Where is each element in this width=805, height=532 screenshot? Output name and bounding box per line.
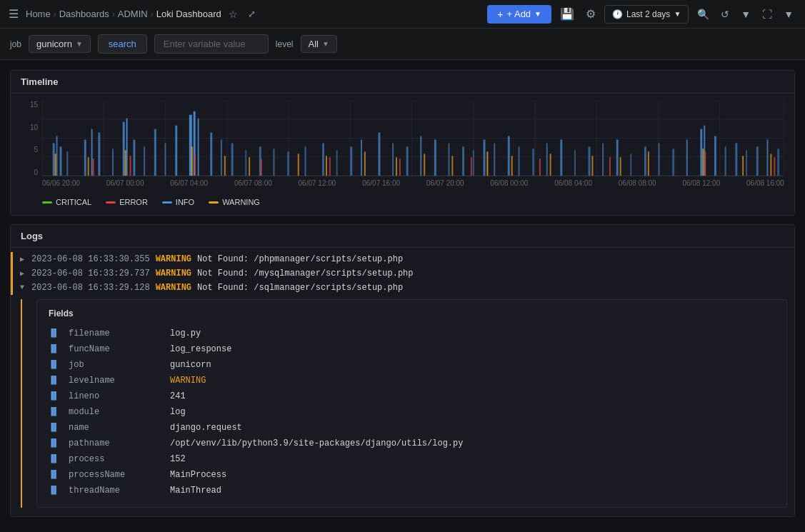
svg-rect-72 xyxy=(700,129,702,176)
svg-rect-19 xyxy=(56,136,58,176)
svg-rect-63 xyxy=(574,150,576,176)
svg-rect-29 xyxy=(144,146,145,176)
svg-rect-95 xyxy=(550,154,551,176)
field-row-module: ▐▌ module log xyxy=(49,404,775,420)
bar-chart-icon: ▐▌ xyxy=(49,407,60,417)
log-timestamp: 2023-06-08 16:33:29.737 xyxy=(31,268,150,278)
svg-rect-68 xyxy=(644,146,646,176)
field-value-pathname: /opt/venv/lib/python3.9/site-packages/dj… xyxy=(170,438,463,448)
log-message: Not Found: /phpmanager/scripts/setup.php xyxy=(197,254,403,264)
logs-body: ▶ 2023-06-08 16:33:30.355 WARNING Not Fo… xyxy=(11,248,794,516)
log-row[interactable]: ▶ 2023-06-08 16:33:30.355 WARNING Not Fo… xyxy=(11,252,794,266)
svg-rect-57 xyxy=(494,143,495,176)
log-row-expanded[interactable]: ▼ 2023-06-08 16:33:29.128 WARNING Not Fo… xyxy=(11,281,794,295)
chart-area: 15 10 5 0 xyxy=(21,101,784,194)
critical-dot xyxy=(42,201,52,204)
level-value: All xyxy=(309,39,319,49)
log-message: Not Found: /mysqlmanager/scripts/setup.p… xyxy=(197,268,413,278)
job-select[interactable]: gunicorn ▼ xyxy=(29,35,91,53)
timeline-panel: Timeline 15 10 5 0 xyxy=(10,70,795,216)
fields-panel: Fields ▐▌ filename log.py ▐▌ funcName lo… xyxy=(36,299,787,508)
field-row-name: ▐▌ name django.request xyxy=(49,420,775,436)
info-dot xyxy=(162,201,172,204)
star-icon[interactable]: ☆ xyxy=(226,6,241,23)
tv-mode-button[interactable]: ⛶ xyxy=(759,6,775,23)
menu-icon[interactable]: ☰ xyxy=(9,7,19,21)
chevron-right-icon: ▶ xyxy=(20,268,27,278)
svg-rect-105 xyxy=(261,159,262,176)
svg-rect-98 xyxy=(648,151,649,176)
svg-rect-27 xyxy=(126,119,128,176)
svg-rect-66 xyxy=(616,139,619,176)
bar-chart-icon: ▐▌ xyxy=(49,454,60,464)
svg-rect-111 xyxy=(704,151,706,176)
field-value-processname: MainProcess xyxy=(170,470,226,480)
chart-y-labels: 15 10 5 0 xyxy=(21,101,41,176)
svg-rect-71 xyxy=(686,139,688,176)
settings-button[interactable]: ⚙ xyxy=(583,4,599,24)
svg-rect-47 xyxy=(361,139,362,176)
field-name-levelname: levelname xyxy=(69,376,161,386)
svg-rect-23 xyxy=(91,129,93,176)
svg-rect-87 xyxy=(298,154,299,176)
svg-rect-49 xyxy=(392,143,394,176)
share-icon[interactable]: ⤢ xyxy=(245,6,259,22)
field-name-pathname: pathname xyxy=(69,438,161,448)
svg-rect-94 xyxy=(511,156,513,176)
svg-rect-36 xyxy=(210,133,212,176)
field-value-job: gunicorn xyxy=(170,360,211,370)
breadcrumb-dashboards[interactable]: Dashboards xyxy=(59,9,109,19)
level-select[interactable]: All ▼ xyxy=(301,35,337,53)
svg-rect-38 xyxy=(231,143,234,176)
svg-rect-52 xyxy=(434,139,436,176)
search-input[interactable] xyxy=(154,34,269,54)
search-button[interactable]: search xyxy=(98,34,147,54)
log-timestamp: 2023-06-08 16:33:30.355 xyxy=(31,254,150,264)
refresh-button[interactable]: ↺ xyxy=(718,6,732,23)
legend-warning: WARNING xyxy=(209,198,260,206)
svg-rect-107 xyxy=(399,159,401,176)
svg-rect-75 xyxy=(725,146,726,176)
log-row[interactable]: ▶ 2023-06-08 16:33:29.737 WARNING Not Fo… xyxy=(11,266,794,281)
breadcrumb-admin[interactable]: ADMIN xyxy=(118,9,148,19)
field-row-lineno: ▐▌ lineno 241 xyxy=(49,388,775,404)
bar-chart-icon: ▐▌ xyxy=(49,391,60,401)
timeline-body: 15 10 5 0 xyxy=(11,94,794,215)
more-button[interactable]: ▼ xyxy=(738,6,754,23)
svg-rect-45 xyxy=(336,150,338,176)
svg-rect-24 xyxy=(98,133,100,176)
svg-rect-51 xyxy=(420,136,421,176)
field-row-pathname: ▐▌ pathname /opt/venv/lib/python3.9/site… xyxy=(49,436,775,451)
field-row-threadname: ▐▌ threadName MainThread xyxy=(49,483,775,498)
breadcrumb: Home › Dashboards › ADMIN › Loki Dashboa… xyxy=(26,9,221,19)
svg-rect-39 xyxy=(245,150,246,176)
svg-rect-20 xyxy=(60,146,62,176)
variable-bar: job gunicorn ▼ search level All ▼ xyxy=(0,29,805,60)
fields-title: Fields xyxy=(49,308,775,318)
zoom-out-button[interactable]: 🔍 xyxy=(694,6,712,23)
svg-rect-64 xyxy=(589,146,591,176)
bar-chart-icon: ▐▌ xyxy=(49,344,60,354)
svg-rect-69 xyxy=(659,143,660,176)
svg-rect-62 xyxy=(560,139,562,176)
svg-rect-92 xyxy=(451,156,453,176)
svg-rect-77 xyxy=(746,150,747,176)
svg-rect-82 xyxy=(88,157,89,176)
svg-rect-32 xyxy=(175,126,177,176)
field-value-levelname: WARNING xyxy=(170,376,206,386)
field-value-funcname: log_response xyxy=(170,344,231,354)
svg-rect-106 xyxy=(329,157,331,176)
svg-rect-102 xyxy=(93,159,94,176)
chart-x-labels: 06/06 20:00 06/07 00:00 06/07 04:00 06/0… xyxy=(42,179,784,194)
main-content: Timeline 15 10 5 0 xyxy=(0,60,805,517)
svg-rect-65 xyxy=(602,143,604,176)
expand-button[interactable]: ▼ xyxy=(781,6,796,23)
svg-rect-101 xyxy=(770,154,771,176)
add-button[interactable]: + + Add ▼ xyxy=(487,5,551,24)
time-range-button[interactable]: 🕐 Last 2 days ▼ xyxy=(604,5,689,24)
breadcrumb-home[interactable]: Home xyxy=(26,9,51,19)
job-value: gunicorn xyxy=(36,39,72,49)
save-button[interactable]: 💾 xyxy=(557,4,577,24)
field-name-funcname: funcName xyxy=(69,344,161,354)
svg-rect-108 xyxy=(471,157,472,176)
